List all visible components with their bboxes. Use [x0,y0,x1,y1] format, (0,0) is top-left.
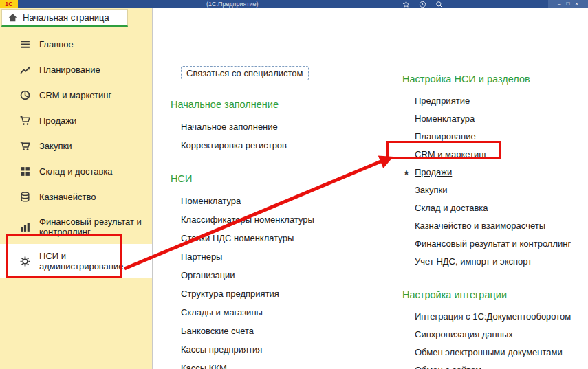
content-link-label: Закупки [415,185,447,195]
content-link[interactable]: Ставки НДС номенклатуры [171,229,391,247]
crm-icon [19,89,31,101]
favorite-star-icon: ★ [403,164,410,181]
sidebar-item-label: Закупки [39,141,144,151]
sidebar-item-zakupki[interactable]: Закупки [0,133,152,159]
sidebar-item-label: Главное [39,39,144,49]
content-link-label: Структура предприятия [181,289,279,299]
content-link-label: Казначейство и взаиморасчеты [415,221,545,231]
section-title: Настройка НСИ и разделов [402,73,588,85]
content-link-label: Обмен с сайтом [415,365,481,369]
content-column-right: Настройка НСИ и разделовПредприятиеНомен… [402,69,588,369]
content-link[interactable]: Кассы ККМ [171,359,391,369]
content-link[interactable]: Финансовый результат и контроллинг [402,235,588,253]
content-link[interactable]: Номенклатура [402,110,588,128]
sidebar-item-kaznacheystvo[interactable]: Казначейство [0,184,152,210]
sidebar-item-label: НСИ и администрирование [39,251,144,271]
search-icon[interactable] [435,1,443,8]
content-link-label: Склады и магазины [181,307,263,317]
content-link[interactable]: Казначейство и взаиморасчеты [402,217,588,235]
close-icon[interactable]: × [575,0,578,8]
sidebar-item-glavnoe[interactable]: Главное [0,32,152,57]
sidebar-item-finrezultat[interactable]: Финансовый результат и контроллинг [0,210,152,244]
content-link[interactable]: Корректировка регистров [171,136,391,155]
content-column-left: Связаться со специалистом Начальное запо… [171,66,391,369]
content-link-label: Организации [181,270,235,280]
favorites-star-icon[interactable] [402,1,410,8]
content-link-label: Ставки НДС номенклатуры [181,233,294,243]
sidebar-item-label: Казначейство [39,192,144,202]
menu-icon [19,38,31,50]
content-link[interactable]: Обмен с сайтом [402,361,588,369]
content-link-label: Классификаторы номенклатуры [181,214,314,225]
content-link-label: Корректировка регистров [181,140,287,150]
link-list: Интеграция с 1С:ДокументооборотомСинхрон… [402,308,588,369]
content-link[interactable]: Организации [171,266,391,284]
tab-home-label: Начальная страница [23,12,109,23]
content-link-label: CRM и маркетинг [415,149,487,159]
content-link[interactable]: Партнеры [171,247,391,266]
section-title: Начальное заполнение [171,98,391,111]
sidebar-item-label: Финансовый результат и контроллинг [39,216,144,237]
contact-specialist-link[interactable]: Связаться со специалистом [181,66,309,80]
content-link-label: Интеграция с 1С:Документооборотом [415,311,571,322]
planning-icon [19,64,31,76]
link-list: НоменклатураКлассификаторы номенклатурыС… [171,192,391,369]
sidebar-item-nsi-administrirovanie[interactable]: НСИ и администрирование [0,244,152,278]
content-link[interactable]: Склад и доставка [402,199,588,217]
tab-home-page[interactable]: Начальная страница [1,9,128,27]
content-link[interactable]: CRM и маркетинг [402,146,588,164]
content-link-label: Кассы предприятия [181,344,262,355]
sidebar-item-planirovanie[interactable]: Планирование [0,57,152,82]
content-link-label: Банковские счета [181,326,254,336]
gear-icon [19,256,31,267]
main-content: Связаться со специалистом Начальное запо… [153,8,588,369]
content-link[interactable]: Учет НДС, импорт и экспорт [402,253,588,271]
content-link-label: Номенклатура [181,196,241,206]
window-title: (1С:Предприятие) [206,0,258,8]
content-link[interactable]: Кассы предприятия [171,340,391,359]
sidebar-item-label: Продажи [39,115,144,126]
content-link[interactable]: Номенклатура [171,192,391,210]
content-link[interactable]: Склады и магазины [171,303,391,322]
1c-logo: 1С [0,0,18,8]
minimize-icon[interactable]: – [558,0,560,8]
sales-cart-icon [19,115,31,126]
history-clock-icon[interactable] [419,1,426,8]
content-link[interactable]: Обмен электронными документами [402,344,588,361]
maximize-icon[interactable]: □ [566,0,569,8]
content-link-label: Склад и доставка [415,203,488,213]
treasury-icon [19,191,31,203]
content-link[interactable]: Классификаторы номенклатуры [171,210,391,229]
content-link-label: Учет НДС, импорт и экспорт [415,256,532,267]
content-link[interactable]: ★Продажи [402,164,588,181]
finance-icon [19,221,31,233]
sidebar-item-label: Склад и доставка [39,166,144,177]
content-link[interactable]: Интеграция с 1С:Документооборотом [402,308,588,326]
content-link-label: Обмен электронными документами [415,347,563,357]
sidebar-item-sklad-dostavka[interactable]: Склад и доставка [0,159,152,184]
content-link-label: Финансовый результат и контроллинг [415,238,571,249]
sidebar-menu: ГлавноеПланированиеCRM и маркетингПродаж… [0,32,152,278]
sections-panel: Начальная страница ГлавноеПланированиеCR… [0,8,153,369]
window-buttons: –□× [548,0,588,8]
content-link-label: Кассы ККМ [181,363,227,369]
section-title: НСИ [171,172,391,185]
content-link[interactable]: Закупки [402,181,588,199]
content-link[interactable]: Начальное заполнение [171,118,391,136]
content-link-label: Продажи [415,167,452,177]
sidebar-item-crm-marketing[interactable]: CRM и маркетинг [0,82,152,108]
content-link-label: Партнеры [181,251,222,262]
content-link[interactable]: Предприятие [402,92,588,110]
sidebar-item-label: CRM и маркетинг [39,90,144,100]
warehouse-icon [19,166,31,177]
content-link[interactable]: Планирование [402,128,588,146]
content-link-label: Планирование [415,131,476,142]
content-link[interactable]: Синхронизация данных [402,326,588,344]
content-link[interactable]: Банковские счета [171,322,391,340]
sidebar-item-prodazhi[interactable]: Продажи [0,108,152,133]
content-link[interactable]: Структура предприятия [171,284,391,303]
content-link-label: Начальное заполнение [181,122,278,132]
content-link-label: Предприятие [415,96,470,106]
topbar-icons [402,0,443,8]
sidebar-item-label: Планирование [39,65,144,75]
